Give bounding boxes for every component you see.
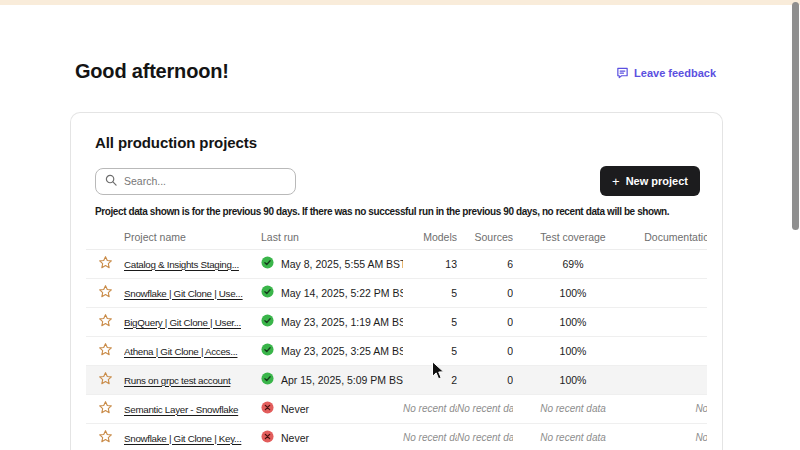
- column-test-coverage[interactable]: Test coverage: [513, 225, 609, 249]
- test-coverage-cell: No recent data: [513, 423, 609, 450]
- test-coverage-cell: 69%: [513, 249, 609, 278]
- last-run-value: Never: [281, 403, 309, 415]
- sources-cell: 0: [457, 365, 513, 394]
- table-row[interactable]: Semantic Layer - Snowflake Never: [86, 394, 707, 423]
- project-link[interactable]: Semantic Layer - Snowflake: [124, 404, 238, 415]
- search-icon: [105, 172, 117, 190]
- project-name-cell[interactable]: Snowflake | Git Clone | Key...: [124, 423, 261, 450]
- project-search[interactable]: [95, 168, 296, 195]
- sources-cell: 0: [457, 336, 513, 365]
- column-models[interactable]: Models: [403, 225, 457, 249]
- documentation-coverage-cell: [609, 336, 707, 365]
- test-coverage-cell: No recent data: [513, 394, 609, 423]
- favorite-star-icon[interactable]: [86, 365, 124, 394]
- column-documentation-coverage[interactable]: Documentation coverage: [609, 225, 707, 249]
- table-row[interactable]: Athena | Git Clone | Acces... May: [86, 336, 707, 365]
- project-name-cell[interactable]: BigQuery | Git Clone | User...: [124, 307, 261, 336]
- favorite-star-icon[interactable]: [86, 278, 124, 307]
- sources-cell: 6: [457, 249, 513, 278]
- table-row[interactable]: Runs on grpc test account Apr 15,: [86, 365, 707, 394]
- feedback-bubble-icon: [616, 66, 629, 79]
- run-success-icon: [261, 256, 274, 271]
- project-link[interactable]: BigQuery | Git Clone | User...: [124, 317, 241, 328]
- run-never-icon: [261, 430, 274, 445]
- column-last-run[interactable]: Last run: [261, 225, 403, 249]
- table-row[interactable]: Snowflake | Git Clone | Key... Nev: [86, 423, 707, 450]
- documentation-coverage-cell: [609, 307, 707, 336]
- documentation-coverage-cell: No recent data: [609, 394, 707, 423]
- sources-cell: No recent data: [457, 394, 513, 423]
- data-range-notice: Project data shown is for the previous 9…: [95, 206, 698, 217]
- projects-panel: All production projects + New project Pr…: [70, 112, 723, 450]
- project-link[interactable]: Catalog & Insights Staging...: [124, 259, 239, 270]
- column-star: [86, 225, 124, 249]
- project-name-cell[interactable]: Semantic Layer - Snowflake: [124, 394, 261, 423]
- last-run-cell: May 23, 2025, 1:19 AM BST: [261, 307, 403, 336]
- new-project-label: New project: [626, 175, 688, 187]
- sources-cell: 0: [457, 278, 513, 307]
- run-success-icon: [261, 343, 274, 358]
- leave-feedback-label: Leave feedback: [634, 67, 716, 79]
- last-run-cell: May 23, 2025, 3:25 AM BST: [261, 336, 403, 365]
- documentation-coverage-cell: [609, 249, 707, 278]
- search-input[interactable]: [124, 175, 286, 187]
- models-cell: 5: [403, 278, 457, 307]
- favorite-star-icon[interactable]: [86, 394, 124, 423]
- page-title: Good afternoon!: [75, 60, 229, 83]
- project-link[interactable]: Athena | Git Clone | Acces...: [124, 346, 237, 357]
- test-coverage-cell: 100%: [513, 365, 609, 394]
- sources-cell: No recent data: [457, 423, 513, 450]
- test-coverage-cell: 100%: [513, 336, 609, 365]
- leave-feedback-link[interactable]: Leave feedback: [616, 66, 716, 79]
- projects-table: Project name Last run Models Sources Tes…: [86, 225, 707, 450]
- new-project-button[interactable]: + New project: [600, 166, 700, 196]
- project-link[interactable]: Snowflake | Git Clone | Key...: [124, 433, 241, 444]
- column-sources[interactable]: Sources: [457, 225, 513, 249]
- project-link[interactable]: Snowflake | Git Clone | Use...: [124, 288, 243, 299]
- models-cell: 5: [403, 307, 457, 336]
- last-run-cell: May 8, 2025, 5:55 AM BST: [261, 249, 403, 278]
- project-name-cell[interactable]: Snowflake | Git Clone | Use...: [124, 278, 261, 307]
- last-run-value: May 14, 2025, 5:22 PM BST: [281, 287, 403, 299]
- table-row[interactable]: Snowflake | Git Clone | Use... May: [86, 278, 707, 307]
- last-run-cell: Never: [261, 423, 403, 450]
- favorite-star-icon[interactable]: [86, 423, 124, 450]
- projects-table-container: Project name Last run Models Sources Tes…: [86, 225, 707, 450]
- documentation-coverage-cell: [609, 365, 707, 394]
- project-name-cell[interactable]: Runs on grpc test account: [124, 365, 261, 394]
- run-success-icon: [261, 285, 274, 300]
- project-link[interactable]: Runs on grpc test account: [124, 375, 230, 386]
- models-cell: No recent data: [403, 394, 457, 423]
- favorite-star-icon[interactable]: [86, 336, 124, 365]
- sources-cell: 0: [457, 307, 513, 336]
- run-never-icon: [261, 401, 274, 416]
- test-coverage-cell: 100%: [513, 307, 609, 336]
- last-run-cell: May 14, 2025, 5:22 PM BST: [261, 278, 403, 307]
- documentation-coverage-cell: No recent data: [609, 423, 707, 450]
- panel-title: All production projects: [95, 134, 698, 151]
- models-cell: 13: [403, 249, 457, 278]
- top-accent-bar: [0, 0, 800, 5]
- documentation-coverage-cell: [609, 278, 707, 307]
- last-run-value: Never: [281, 432, 309, 444]
- favorite-star-icon[interactable]: [86, 307, 124, 336]
- column-project-name[interactable]: Project name: [124, 225, 261, 249]
- project-name-cell[interactable]: Athena | Git Clone | Acces...: [124, 336, 261, 365]
- last-run-value: Apr 15, 2025, 5:09 PM BST: [281, 374, 403, 386]
- favorite-star-icon[interactable]: [86, 249, 124, 278]
- table-row[interactable]: BigQuery | Git Clone | User... May: [86, 307, 707, 336]
- last-run-cell: Never: [261, 394, 403, 423]
- last-run-cell: Apr 15, 2025, 5:09 PM BST: [261, 365, 403, 394]
- project-name-cell[interactable]: Catalog & Insights Staging...: [124, 249, 261, 278]
- table-header-row: Project name Last run Models Sources Tes…: [86, 225, 707, 249]
- last-run-value: May 23, 2025, 1:19 AM BST: [281, 316, 403, 328]
- test-coverage-cell: 100%: [513, 278, 609, 307]
- vertical-scrollbar[interactable]: [792, 2, 799, 230]
- models-cell: 5: [403, 336, 457, 365]
- last-run-value: May 8, 2025, 5:55 AM BST: [281, 258, 403, 270]
- run-success-icon: [261, 314, 274, 329]
- last-run-value: May 23, 2025, 3:25 AM BST: [281, 345, 403, 357]
- plus-icon: +: [612, 175, 620, 188]
- models-cell: 2: [403, 365, 457, 394]
- table-row[interactable]: Catalog & Insights Staging... May: [86, 249, 707, 278]
